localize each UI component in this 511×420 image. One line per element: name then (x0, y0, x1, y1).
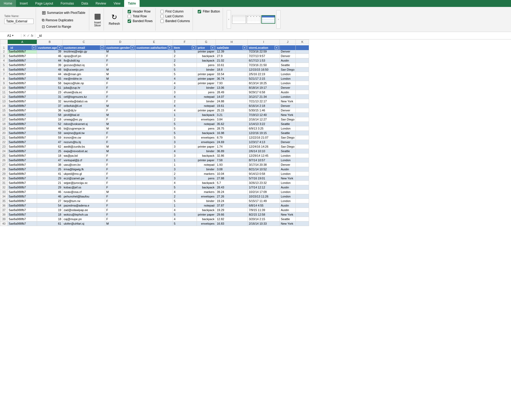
cell-r14-c4[interactable] (135, 104, 173, 108)
cell-r38-c5[interactable]: 5 (173, 212, 197, 217)
cell-r9-c7[interactable]: 7.93 (216, 81, 248, 86)
cell-r38-c7[interactable]: 29.66 (216, 212, 248, 217)
cell-r29-c6[interactable]: markers (197, 172, 216, 176)
cell-r17-c7[interactable]: 3.84 (216, 117, 248, 122)
col-header-A[interactable]: A (8, 40, 37, 44)
cell-r33-c8[interactable]: 10/2/14 17:09 (248, 190, 279, 194)
cell-r26-c2[interactable]: vontupal@ji.cf (62, 158, 105, 163)
cell-r23-c10[interactable] (296, 144, 309, 149)
cell-r11-c2[interactable]: ehuwi@ula.ec (62, 90, 105, 95)
cell-r30-c10[interactable] (296, 176, 309, 181)
cell-r40-c2[interactable]: ulofer@uhfari.sj (62, 221, 105, 226)
cell-r22-c0[interactable]: 5ae8a988fb7 (8, 140, 37, 144)
cell-r29-c9[interactable]: London (279, 172, 295, 176)
filter-dropdown-7[interactable]: ▼ (243, 46, 246, 50)
cell-r4-c9[interactable]: Austin (279, 58, 295, 63)
cell-r17-c6[interactable]: envelopes (197, 117, 216, 122)
cell-r36-c7[interactable]: 37.87 (216, 203, 248, 208)
cell-r40-c6[interactable]: envelopes (197, 221, 216, 226)
cell-r38-c3[interactable]: F (105, 212, 135, 217)
cell-r17-c4[interactable] (135, 117, 173, 122)
cell-r9-c4[interactable] (135, 81, 173, 86)
cell-r29-c1[interactable]: 41 (37, 172, 63, 176)
cell-r7-c0[interactable]: 5ae8a988fb7 (8, 72, 37, 76)
cell-r35-c2[interactable]: bep@tum.rw (62, 199, 105, 203)
cell-r3-c7[interactable]: 27.9 (216, 54, 248, 58)
cell-r30-c1[interactable]: 29 (37, 176, 63, 181)
cell-r10-c6[interactable]: binder (197, 86, 216, 90)
cell-r29-c2[interactable]: ukped@mo.gl (62, 172, 105, 176)
cell-r32-c1[interactable]: 29 (37, 185, 63, 190)
cell-r12-c5[interactable]: 4 (173, 95, 197, 99)
cell-r24-c3[interactable]: M (105, 149, 135, 154)
cell-r4-c5[interactable]: 2 (173, 58, 197, 63)
cell-r9-c3[interactable]: F (105, 81, 135, 86)
cell-r16-c0[interactable]: 5ae8a988fb7 (8, 113, 37, 117)
filter-dropdown-6[interactable]: ▼ (211, 46, 214, 50)
cell-r3-c6[interactable]: backpack (197, 54, 216, 58)
cell-r38-c2[interactable]: wokzu@lephoh.ua (62, 212, 105, 217)
cell-r31-c1[interactable]: 21 (37, 181, 63, 185)
filter-dropdown-0[interactable]: ▼ (32, 46, 36, 50)
cell-r35-c3[interactable]: F (105, 199, 135, 203)
cell-r17-c0[interactable]: 5ae8a988fb7 (8, 117, 37, 122)
cell-r24-c0[interactable]: 5ae8a988fb7 (8, 149, 37, 154)
cell-r21-c8[interactable]: 12/22/16 21:07 (248, 135, 279, 140)
cell-r3-c10[interactable] (296, 54, 309, 58)
cell-r21-c6[interactable]: envelopes (197, 135, 216, 140)
cell-r33-c9[interactable]: London (279, 190, 295, 194)
cell-r13-c1[interactable]: 32 (37, 99, 63, 104)
cell-r37-c4[interactable] (135, 208, 173, 212)
menu-review[interactable]: Review (92, 0, 110, 7)
cell-r10-c4[interactable] (135, 86, 173, 90)
cell-r20-c9[interactable]: Seattle (279, 131, 295, 135)
cell-r39-c5[interactable]: 4 (173, 217, 197, 221)
cell-r31-c7[interactable]: 5.7 (216, 181, 248, 185)
cell-r35-c5[interactable]: 5 (173, 199, 197, 203)
cell-r5-c7[interactable]: 10.61 (216, 63, 248, 67)
filter-dropdown-1[interactable]: ▼ (58, 46, 61, 50)
cell-r35-c8[interactable]: 5/15/17 11:49 (248, 199, 279, 203)
cell-r31-c6[interactable]: backpack (197, 181, 216, 185)
cell-r40-c7[interactable]: 16.83 (216, 221, 248, 226)
cell-r25-c4[interactable] (135, 154, 173, 158)
cell-r4-c4[interactable] (135, 58, 173, 63)
cell-r36-c10[interactable] (296, 203, 309, 208)
cell-r31-c5[interactable]: 4 (173, 181, 197, 185)
cell-r7-c6[interactable]: printer paper (197, 72, 216, 76)
spreadsheet-container[interactable]: ABCDEFGHIJK1_id▼customer.age▼customer.em… (0, 39, 511, 416)
cell-r28-c7[interactable]: 3.08 (216, 167, 248, 172)
cell-r36-c9[interactable]: Austin (279, 203, 295, 208)
cell-r12-c9[interactable]: London (279, 95, 295, 99)
cell-r31-c8[interactable]: 3/26/13 23:32 (248, 181, 279, 185)
cell-r21-c4[interactable] (135, 135, 173, 140)
cell-r39-c2[interactable]: caj@mupe.pn (62, 217, 105, 221)
cell-r37-c7[interactable]: 19.29 (216, 208, 248, 212)
cell-r9-c2[interactable]: bapico@lule.np (62, 81, 105, 86)
cell-r35-c1[interactable]: 27 (37, 199, 63, 203)
last-column-option[interactable]: Last Column (160, 14, 190, 18)
table-col-header-10[interactable] (296, 45, 309, 50)
cell-r6-c2[interactable]: bi@ucweijo.pm (62, 67, 105, 72)
cell-r12-c10[interactable] (296, 95, 309, 99)
col-header-K[interactable]: K (296, 40, 309, 44)
cell-r9-c10[interactable] (296, 81, 309, 86)
cell-r29-c0[interactable]: 5ae8a988fb7 (8, 172, 37, 176)
cell-r21-c10[interactable] (296, 135, 309, 140)
cell-r3-c1[interactable]: 46 (37, 54, 63, 58)
cell-r11-c9[interactable]: Austin (279, 90, 295, 95)
cell-r6-c10[interactable] (296, 67, 309, 72)
cell-r5-c8[interactable]: 7/23/16 21:50 (248, 63, 279, 67)
cell-r31-c4[interactable] (135, 181, 173, 185)
cell-r13-c6[interactable]: binder (197, 99, 216, 104)
col-header-I[interactable]: I (248, 40, 279, 44)
cell-r5-c4[interactable] (135, 63, 173, 67)
cell-r37-c5[interactable]: 4 (173, 208, 197, 212)
menu-insert[interactable]: Insert (16, 0, 31, 7)
cell-r18-c5[interactable]: 5 (173, 122, 197, 126)
cell-r39-c6[interactable]: backpack (197, 217, 216, 221)
cell-r3-c8[interactable]: 7/27/13 9:57 (248, 54, 279, 58)
cell-r20-c4[interactable] (135, 131, 173, 135)
cell-r28-c5[interactable]: 3 (173, 167, 197, 172)
cell-r28-c9[interactable]: Austin (279, 167, 295, 172)
